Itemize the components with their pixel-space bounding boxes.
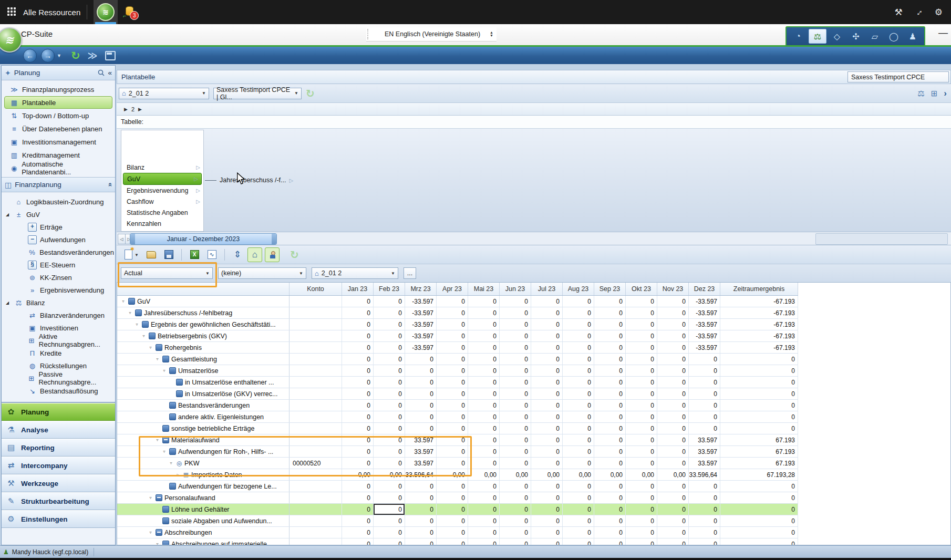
value-cell[interactable]: 0 [468,481,500,492]
table-row[interactable]: ▿Rohergebnis00-33.59700000000-33.597-67.… [117,342,798,354]
value-cell[interactable]: 0 [594,504,626,515]
value-cell[interactable]: 0 [405,411,437,422]
value-cell[interactable]: 0 [468,538,500,545]
value-cell[interactable]: 0 [405,504,437,515]
konto-cell[interactable] [290,504,342,515]
fullscreen-icon[interactable]: ↔ [912,5,925,19]
value-cell[interactable]: 0 [437,365,468,376]
value-cell[interactable]: 0 [374,423,405,434]
settings-gear-icon[interactable]: ⚙ [935,7,943,18]
value-cell[interactable]: 0 [531,400,563,411]
value-cell[interactable]: 0 [342,458,374,469]
value-cell[interactable]: 0 [531,527,563,538]
shipment-icon[interactable]: ◇ [829,29,845,43]
row-label-cell[interactable]: ▿Personalaufwand [117,492,290,503]
row-expander-icon[interactable]: ▿ [148,345,153,350]
row-expander-icon[interactable]: ▿ [154,357,160,361]
scenario-combo[interactable]: Actual ▼ [121,267,213,279]
sidebar-header-finanzplanung[interactable]: ◫ Finanzplanung » [2,177,115,192]
value-cell[interactable]: 0 [689,423,720,434]
sidebar-item-investitionsmanagement[interactable]: ▣Investitionsmanagement [4,136,112,148]
row-label-cell[interactable]: ▿Aufwendungen für Roh-, Hilfs- ... [117,446,290,457]
value-cell[interactable]: 0 [594,296,626,307]
value-cell[interactable]: 33.597 [689,458,720,469]
value-cell[interactable]: 0 [437,504,468,515]
konto-cell[interactable] [290,365,342,376]
value-cell[interactable]: 0 [468,411,500,422]
all-resources-label[interactable]: Alle Ressourcen [23,8,80,17]
konto-cell[interactable] [290,330,342,341]
value-cell[interactable]: 0 [563,538,594,545]
value-cell[interactable]: 0 [500,330,531,341]
value-cell[interactable]: 0 [500,515,531,526]
tree-item-passive-rechnungsabgrenzung[interactable]: ⊞Passive Rechnungsabgre... [3,372,114,385]
value-cell[interactable]: 0 [626,458,657,469]
value-cell[interactable]: 0 [342,342,374,353]
table-row[interactable]: ▹▦Importierte Daten0,000,0033.596,640,00… [117,469,798,481]
table-row[interactable]: ▿Personalaufwand0000000000000 [117,492,798,504]
table-row[interactable]: Bestandsveränderungen0000000000000 [117,400,798,411]
value-cell[interactable]: 0 [531,388,563,399]
row-label-cell[interactable]: ▿Ergebnis der gewöhnlichen Geschäftstäti… [117,319,290,330]
value-cell[interactable]: 0 [563,319,594,330]
value-cell[interactable]: 0 [500,388,531,399]
value-cell[interactable]: 0 [531,296,563,307]
row-expander-icon[interactable]: ▿ [161,368,167,373]
column-header[interactable]: Nov 23 [657,283,689,295]
value-cell[interactable]: 0 [342,400,374,411]
value-cell[interactable]: 0 [626,423,657,434]
value-cell[interactable]: 0 [437,400,468,411]
value-cell[interactable]: 0 [563,388,594,399]
column-header[interactable]: Apr 23 [437,283,468,295]
value-cell[interactable]: 0 [689,354,720,365]
nav-button-reporting[interactable]: ▤Reporting [2,439,115,457]
value-cell[interactable]: -33.597 [689,296,720,307]
value-cell[interactable]: 0 [689,411,720,422]
value-cell[interactable]: 0 [531,365,563,376]
value-cell[interactable]: 0 [594,411,626,422]
value-cell[interactable]: 0 [594,330,626,341]
value-cell[interactable]: 0,00 [437,469,468,480]
row-label-cell[interactable]: ▿Rohergebnis [117,342,290,353]
value-cell[interactable]: 0,00 [594,469,626,480]
value-cell[interactable]: 0 [657,330,689,341]
value-cell[interactable]: 0 [374,411,405,422]
value-cell[interactable]: 0 [626,527,657,538]
column-header[interactable]: Jul 23 [531,283,563,295]
row-label-cell[interactable]: ▿Umsatzerlöse [117,365,290,376]
value-cell[interactable]: 0 [689,504,720,515]
value-cell[interactable]: 0,00 [531,469,563,480]
value-cell[interactable]: 0 [626,434,657,445]
value-cell[interactable]: 0 [500,377,531,388]
konto-cell[interactable] [290,527,342,538]
value-cell[interactable]: 0 [626,538,657,545]
value-cell[interactable]: 0 [626,319,657,330]
value-cell[interactable]: 0 [437,515,468,526]
sidebar-item-plandatenanbindung[interactable]: ◉Automatische Plandatenanbi... [4,162,112,174]
value-cell[interactable]: 0 [657,342,689,353]
tree-item-bilanz[interactable]: ◢⚖Bilanz [3,296,114,309]
nav-button-werkzeuge[interactable]: ⚒Werkzeuge [2,474,115,492]
value-cell[interactable]: 0 [657,319,689,330]
value-cell[interactable]: 0 [468,515,500,526]
history-dropdown-icon[interactable]: ▼ [57,53,61,58]
value-cell[interactable]: 0 [531,319,563,330]
value-cell[interactable]: 0 [437,330,468,341]
konto-cell[interactable] [290,515,342,526]
value-cell[interactable]: 0 [563,354,594,365]
value-cell[interactable]: -33.597 [689,330,720,341]
value-cell[interactable]: 0 [468,504,500,515]
value-cell[interactable]: 0 [342,423,374,434]
search-icon[interactable] [98,69,105,76]
value-cell[interactable]: 0 [594,492,626,503]
value-cell[interactable]: -33.597 [689,342,720,353]
tools-icon[interactable]: ⚒ [895,7,903,18]
app-launcher-icon[interactable] [7,7,17,17]
value-cell[interactable]: 0 [626,354,657,365]
value-cell[interactable]: 0 [342,492,374,503]
row-expander-icon[interactable]: ▿ [127,310,133,315]
konto-cell[interactable] [290,446,342,457]
nav-button-intercompany[interactable]: ⇄Intercompany [2,457,115,474]
value-cell[interactable]: 0 [531,515,563,526]
value-cell[interactable]: 0 [689,515,720,526]
